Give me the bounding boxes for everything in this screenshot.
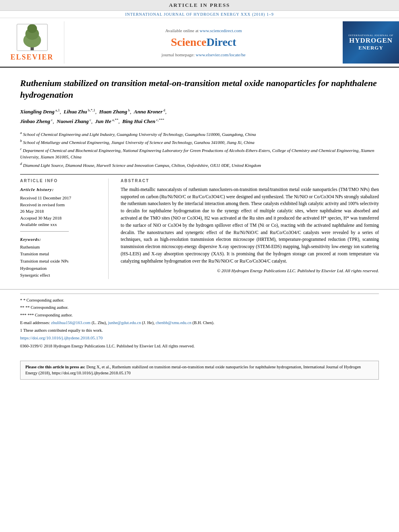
keyword-2: Transition metal bbox=[20, 251, 101, 258]
hydrogen-energy-logo: INTERNATIONAL JOURNAL OF HYDROGEN ENERGY bbox=[343, 21, 399, 64]
available-online-xxx: Available online xxx bbox=[20, 221, 101, 228]
author-6: Nuowei Zhang bbox=[57, 118, 89, 124]
received-revised-label: Received in revised form bbox=[20, 201, 101, 208]
article-info-column: ARTICLE INFO Article history: Received 1… bbox=[20, 179, 109, 279]
accepted-date: Accepted 30 May 2018 bbox=[20, 215, 101, 222]
journal-homepage-line: journal homepage: www.elsevier.com/locat… bbox=[162, 52, 246, 57]
authors-line: Xiangling Deng a,1, Lihua Zhu b,*,1, Hua… bbox=[20, 107, 379, 126]
keywords-label: Keywords: bbox=[20, 237, 101, 242]
doi-anchor[interactable]: https://doi.org/10.1016/j.ijhydene.2018.… bbox=[20, 335, 103, 340]
keyword-5: Synergetic effect bbox=[20, 272, 101, 279]
article-title: Ruthenium stabilized on transition metal… bbox=[20, 78, 379, 101]
header-middle: Available online at www.sciencedirect.co… bbox=[64, 21, 343, 64]
two-col-section: ARTICLE INFO Article history: Received 1… bbox=[20, 179, 379, 279]
author-1: Xiangling Deng bbox=[20, 109, 55, 115]
affiliation-d: d Diamond Light Source, Diamond House, H… bbox=[20, 161, 379, 168]
affiliations: a School of Chemical Engineering and Lig… bbox=[20, 130, 379, 168]
abstract-column: ABSTRACT The multi-metallic nanocatalyst… bbox=[121, 179, 379, 279]
svg-point-3 bbox=[27, 24, 37, 33]
elsevier-tree-icon bbox=[16, 23, 48, 51]
doi-link: https://doi.org/10.1016/j.ijhydene.2018.… bbox=[20, 335, 379, 341]
author-8: Bing Hui Chen bbox=[122, 118, 155, 124]
affiliation-b: b School of Metallurgy and Chemical Engi… bbox=[20, 138, 379, 146]
affiliation-c: c Department of Chemical and Biochemical… bbox=[20, 146, 379, 160]
keyword-3: Transition metal oxide NPs bbox=[20, 258, 101, 265]
author-4: Anna Kroner bbox=[134, 109, 162, 115]
email-link-3[interactable]: chenbh@xmu.edu.cn bbox=[156, 320, 191, 325]
he-energy-label: ENERGY bbox=[358, 45, 383, 51]
available-online-text: Available online at www.sciencedirect.co… bbox=[165, 28, 242, 33]
author-3: Huan Zhang bbox=[99, 109, 128, 115]
header-section: ELSEVIER Available online at www.science… bbox=[0, 18, 399, 68]
equal-contrib: 1 These authors contributed equally to t… bbox=[20, 327, 379, 334]
footer-divider bbox=[20, 294, 379, 294]
abstract-copyright: © 2018 Hydrogen Energy Publications LLC.… bbox=[121, 268, 379, 273]
sciencedirect-url[interactable]: www.sciencedirect.com bbox=[200, 28, 242, 33]
main-content: Ruthenium stabilized on transition metal… bbox=[0, 68, 399, 285]
author-5: Jinbao Zheng bbox=[20, 118, 50, 124]
elsevier-logo-area: ELSEVIER bbox=[0, 21, 64, 64]
email-addresses: E-mail addresses: zhulihua156@163.com (L… bbox=[20, 320, 379, 326]
author-7: Jun He bbox=[95, 118, 111, 124]
journal-header-bar: INTERNATIONAL JOURNAL OF HYDROGEN ENERGY… bbox=[0, 11, 399, 18]
journal-homepage-url[interactable]: www.elsevier.com/locate/he bbox=[196, 52, 246, 57]
keywords-list: Ruthenium Transition metal Transition me… bbox=[20, 244, 101, 279]
abstract-text: The multi-metallic nanocatalysts of ruth… bbox=[121, 186, 379, 265]
author-2: Lihua Zhu bbox=[64, 109, 87, 115]
he-hydrogen-label: HYDROGEN bbox=[349, 37, 393, 45]
email-link-1[interactable]: zhulihua156@163.com bbox=[51, 320, 90, 325]
received-date: Received 11 December 2017 bbox=[20, 195, 101, 201]
keywords-section: Keywords: Ruthenium Transition metal Tra… bbox=[20, 237, 101, 279]
article-history-label: Article history: bbox=[20, 186, 101, 193]
citation-box: Please cite this article in press as: De… bbox=[20, 361, 379, 380]
footnote-star1: * * Corresponding author. bbox=[20, 297, 379, 304]
divider-line bbox=[20, 174, 379, 175]
left-divider bbox=[20, 231, 69, 232]
elsevier-wordmark: ELSEVIER bbox=[10, 53, 53, 62]
footnote-star3: *** *** Corresponding author. bbox=[20, 312, 379, 318]
footer-notes: * * Corresponding author. ** ** Correspo… bbox=[0, 289, 399, 355]
abstract-heading: ABSTRACT bbox=[121, 179, 379, 183]
affiliation-a: a School of Chemical Engineering and Lig… bbox=[20, 130, 379, 138]
email-link-2[interactable]: junhe@gdut.edu.cn bbox=[108, 320, 141, 325]
article-info-heading: ARTICLE INFO bbox=[20, 179, 101, 183]
footnote-star2: ** ** Corresponding author. bbox=[20, 304, 379, 311]
keyword-1: Ruthenium bbox=[20, 244, 101, 251]
sciencedirect-logo: ScienceDirect bbox=[171, 36, 237, 49]
keyword-4: Hydrogenation bbox=[20, 265, 101, 272]
article-history: Article history: Received 11 December 20… bbox=[20, 186, 101, 228]
article-in-press-banner: ARTICLE IN PRESS bbox=[0, 0, 399, 11]
received-revised-date: 26 May 2018 bbox=[20, 208, 101, 215]
footer-copyright: 0360-3199/© 2018 Hydrogen Energy Publica… bbox=[20, 343, 379, 349]
